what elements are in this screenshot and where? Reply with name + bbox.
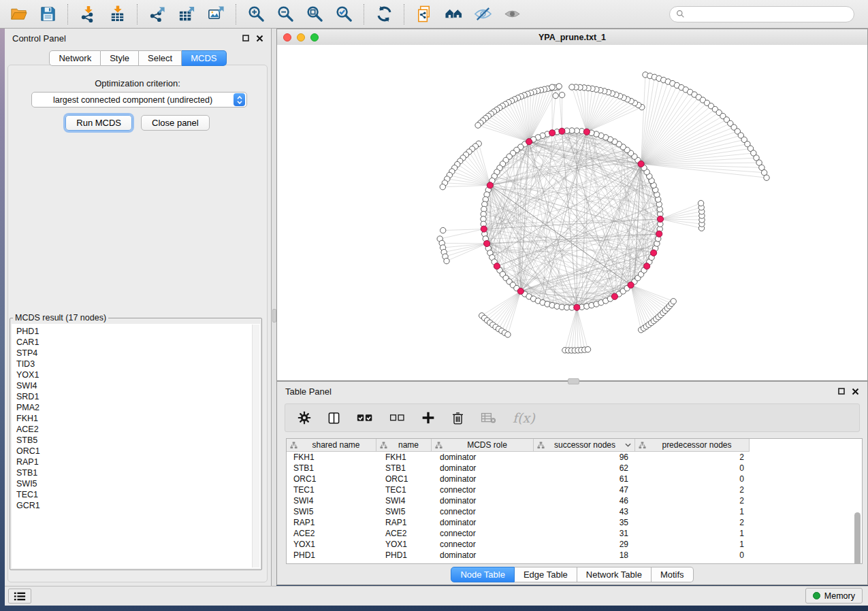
open-session-button[interactable]	[5, 3, 31, 26]
run-mcds-button[interactable]: Run MCDS	[65, 115, 132, 131]
zoom-selected-button[interactable]	[331, 3, 357, 26]
apply-layout-button[interactable]	[371, 3, 397, 26]
hide-selected-button[interactable]	[470, 3, 496, 26]
network-node[interactable]	[764, 175, 769, 180]
column-header-name[interactable]: name	[376, 439, 432, 452]
mcds-dominator-node[interactable]	[657, 216, 663, 222]
mcds-result-item[interactable]: PHD1	[16, 326, 249, 337]
mcds-result-item[interactable]: FKH1	[16, 413, 249, 424]
table-row[interactable]: STB1STB1dominator620	[287, 463, 862, 474]
network-node[interactable]	[553, 93, 558, 98]
delete-table-button[interactable]	[481, 408, 496, 428]
mcds-dominator-node[interactable]	[656, 231, 662, 237]
table-row[interactable]: RAP1RAP1dominator352	[287, 517, 862, 528]
tab-style[interactable]: Style	[101, 50, 139, 66]
close-panel-button[interactable]: Close panel	[141, 115, 210, 131]
mcds-dominator-node[interactable]	[487, 182, 493, 188]
mcds-dominator-node[interactable]	[611, 293, 617, 299]
memory-button[interactable]: Memory	[805, 588, 863, 604]
mcds-dominator-node[interactable]	[526, 139, 532, 145]
mcds-result-item[interactable]: ORC1	[16, 446, 249, 457]
network-node[interactable]	[585, 346, 590, 352]
result-scrollbar[interactable]	[252, 325, 259, 567]
network-canvas[interactable]	[277, 45, 867, 380]
tab-edge-table[interactable]: Edge Table	[515, 567, 577, 582]
network-node[interactable]	[569, 84, 575, 90]
column-header-successor-nodes[interactable]: successor nodes	[534, 439, 635, 452]
table-row[interactable]: YOX1YOX1connector291	[287, 539, 862, 550]
mcds-dominator-node[interactable]	[494, 263, 500, 269]
float-panel-icon[interactable]	[242, 35, 249, 42]
new-network-from-selection-button[interactable]	[411, 3, 437, 26]
show-all-button[interactable]	[499, 3, 525, 26]
network-node[interactable]	[671, 299, 676, 304]
export-table-button[interactable]	[174, 3, 199, 26]
mcds-dominator-node[interactable]	[559, 128, 565, 134]
table-row[interactable]: PHD1PHD1dominator180	[287, 550, 862, 561]
select-all-button[interactable]	[357, 408, 373, 428]
tab-network-table[interactable]: Network Table	[577, 567, 652, 582]
task-history-button[interactable]	[8, 589, 31, 604]
mcds-dominator-node[interactable]	[651, 250, 657, 256]
network-node[interactable]	[505, 332, 511, 337]
tab-motifs[interactable]: Motifs	[652, 567, 694, 582]
tab-node-table[interactable]: Node Table	[451, 567, 515, 582]
network-node[interactable]	[444, 258, 449, 263]
add-column-button[interactable]	[421, 408, 435, 428]
fit-content-button[interactable]	[302, 3, 327, 26]
mcds-result-item[interactable]: SRD1	[16, 391, 249, 402]
column-header-MCDS-role[interactable]: MCDS role	[432, 439, 534, 452]
import-table-button[interactable]	[104, 3, 130, 26]
zoom-in-button[interactable]	[243, 3, 269, 26]
deselect-all-button[interactable]	[389, 408, 405, 428]
function-builder-button[interactable]: f(x)	[513, 408, 535, 428]
criterion-select[interactable]: largest connected component (undirected)	[31, 92, 247, 108]
mcds-result-item[interactable]: RAP1	[16, 457, 249, 467]
mcds-dominator-node[interactable]	[549, 130, 556, 136]
import-network-button[interactable]	[75, 3, 101, 26]
mcds-result-item[interactable]: PMA2	[16, 402, 249, 413]
column-header-predecessor-nodes[interactable]: predecessor nodes	[635, 439, 750, 452]
network-node[interactable]	[440, 184, 445, 190]
mcds-result-item[interactable]: CAR1	[16, 337, 249, 348]
mcds-dominator-node[interactable]	[583, 129, 590, 135]
export-network-button[interactable]	[144, 3, 170, 26]
mcds-dominator-node[interactable]	[644, 263, 650, 269]
mcds-result-item[interactable]: SWI4	[16, 380, 249, 391]
mcds-result-item[interactable]: SWI5	[16, 478, 249, 489]
close-panel-icon[interactable]	[256, 35, 263, 42]
tab-network[interactable]: Network	[49, 50, 101, 66]
mcds-dominator-node[interactable]	[481, 226, 487, 232]
zoom-out-button[interactable]	[272, 3, 298, 26]
mcds-result-item[interactable]: TID3	[16, 359, 249, 369]
mcds-dominator-node[interactable]	[484, 240, 490, 246]
close-panel-icon[interactable]	[852, 388, 859, 395]
window-zoom-dot[interactable]	[310, 33, 319, 42]
window-minimize-dot[interactable]	[297, 33, 305, 42]
column-selector-button[interactable]	[327, 408, 340, 428]
tab-select[interactable]: Select	[139, 50, 182, 66]
mcds-dominator-node[interactable]	[574, 304, 580, 310]
network-node[interactable]	[549, 84, 555, 90]
delete-column-button[interactable]	[451, 408, 464, 428]
mcds-result-item[interactable]: STB1	[16, 467, 249, 478]
horizontal-splitter-grip[interactable]	[568, 378, 579, 384]
mcds-dominator-node[interactable]	[628, 282, 634, 288]
network-node[interactable]	[556, 84, 562, 89]
first-neighbors-button[interactable]	[440, 3, 466, 26]
tab-mcds[interactable]: MCDS	[182, 50, 226, 66]
network-node[interactable]	[698, 201, 703, 206]
table-row[interactable]: ORC1ORC1dominator610	[287, 474, 862, 484]
mcds-dominator-node[interactable]	[638, 161, 644, 167]
export-image-button[interactable]	[203, 3, 229, 26]
network-node[interactable]	[559, 92, 564, 97]
table-row[interactable]: SWI4SWI4dominator462	[287, 495, 862, 506]
table-mode-button[interactable]	[298, 408, 311, 428]
table-row[interactable]: FKH1FKH1dominator962	[287, 452, 862, 463]
mcds-result-item[interactable]: STP4	[16, 348, 249, 359]
table-row[interactable]: TEC1TEC1connector472	[287, 484, 862, 495]
column-header-shared-name[interactable]: shared name	[287, 439, 376, 452]
mcds-result-item[interactable]: TEC1	[16, 489, 249, 500]
window-close-dot[interactable]	[283, 33, 291, 42]
mcds-result-item[interactable]: ACE2	[16, 424, 249, 435]
